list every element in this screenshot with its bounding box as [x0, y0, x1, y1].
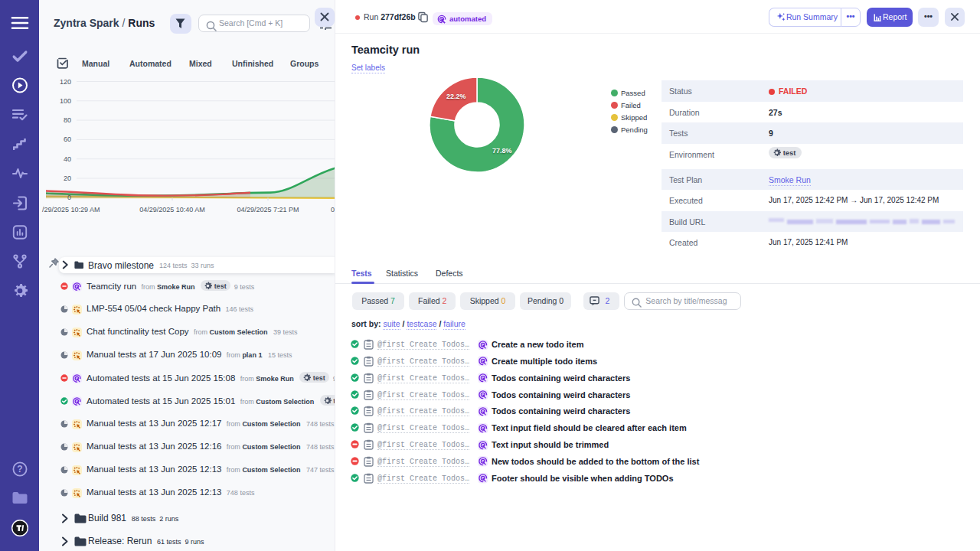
- svg-text:60: 60: [64, 135, 71, 143]
- svg-text:0: 0: [331, 206, 335, 214]
- svg-text:40: 40: [64, 155, 71, 163]
- svg-text:80: 80: [64, 116, 71, 124]
- svg-text:22.2%: 22.2%: [446, 93, 466, 100]
- svg-text:04/29/2025 7:21 PM: 04/29/2025 7:21 PM: [237, 206, 299, 214]
- svg-text:0: 0: [67, 194, 71, 201]
- svg-text:20: 20: [64, 174, 71, 182]
- svg-text:77.8%: 77.8%: [492, 147, 512, 155]
- svg-text:04/29/2025 10:40 AM: 04/29/2025 10:40 AM: [139, 206, 205, 214]
- svg-text:120: 120: [60, 78, 71, 86]
- svg-text:?: ?: [17, 464, 22, 474]
- svg-text:100: 100: [60, 97, 71, 105]
- svg-text:/29/2025 10:29 AM: /29/2025 10:29 AM: [42, 206, 100, 214]
